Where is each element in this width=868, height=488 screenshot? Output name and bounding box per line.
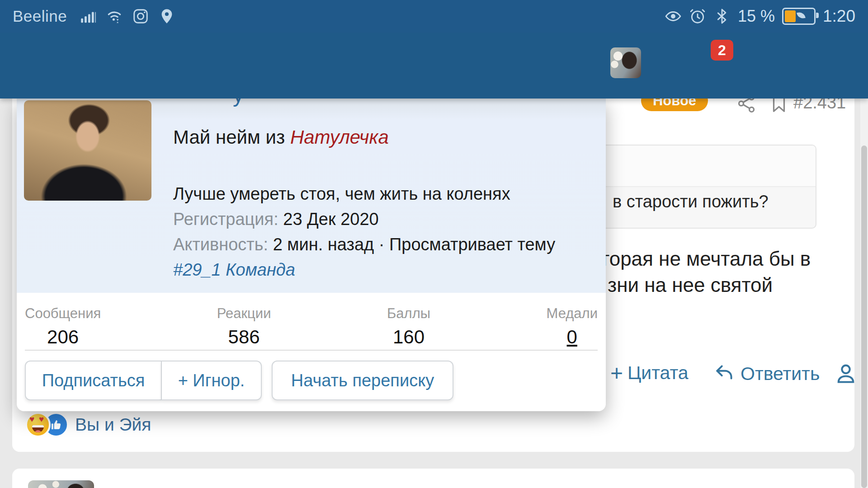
activity-label: Активность: [173, 235, 268, 254]
bluetooth-icon [713, 8, 731, 25]
navigation-bar [0, 33, 868, 99]
ignore-button[interactable]: + Игнор. [161, 361, 262, 400]
start-conversation-button[interactable]: Начать переписку [272, 361, 453, 400]
reactions-bar[interactable]: ♥♥ Вы и Эйя [25, 412, 151, 437]
member-title-prefix: Май нейм из [173, 127, 285, 148]
stat-reactions: Реакции 586 [217, 305, 271, 348]
scrollbar-thumb[interactable] [861, 145, 867, 488]
member-tooltip-card: у Май нейм из Натулечка Лучше умереть ст… [17, 99, 606, 411]
stat-points: Баллы 160 [387, 305, 430, 348]
clock-label: 1:20 [823, 7, 855, 26]
post-text-line: зни на нее святой [608, 274, 773, 296]
stat-label: Баллы [387, 305, 430, 322]
stat-messages: Сообщения 206 [25, 305, 101, 348]
follow-button[interactable]: Подписаться [25, 361, 161, 400]
stat-label: Медали [547, 305, 598, 322]
wifi-icon [106, 8, 123, 25]
member-custom-title: Май нейм из Натулечка [173, 127, 389, 148]
quote-button-label: Цитата [627, 362, 689, 384]
member-activity: Активность: 2 мин. назад · Просматривает… [173, 235, 555, 254]
stat-value: 160 [387, 326, 430, 348]
cutoff-username-fragment: у [233, 99, 244, 107]
reply-button-label: Ответить [741, 363, 820, 385]
quote-button[interactable]: + Цитата [610, 362, 689, 384]
registration-label: Регистрация: [173, 210, 278, 229]
member-title-name[interactable]: Натулечка [290, 127, 389, 148]
member-avatar[interactable] [24, 100, 151, 201]
eye-comfort-icon [665, 8, 682, 25]
battery-percent-label: 15 % [738, 7, 775, 26]
next-post-avatar[interactable] [28, 480, 94, 488]
post-text-line: торая не мечтала бы в [600, 248, 811, 270]
member-stats-row: Сообщения 206 Реакции 586 Баллы 160 Меда… [25, 305, 598, 348]
battery-icon [782, 8, 816, 25]
member-card-buttons: Подписаться + Игнор. Начать переписку [25, 361, 453, 400]
reply-button[interactable]: Ответить [713, 362, 820, 385]
notification-badge: 2 [711, 40, 733, 61]
heart-eyes-reaction-icon: ♥♥ [25, 412, 51, 437]
carrier-label: Beeline [13, 7, 67, 25]
stat-label: Сообщения [25, 305, 101, 322]
member-signature: Лучше умереть стоя, чем жить на коленях [173, 184, 510, 204]
stat-medals: Медали 0 [547, 305, 598, 348]
reaction-users-label[interactable]: Вы и Эйя [75, 415, 151, 435]
stat-value-medals-link[interactable]: 0 [547, 326, 598, 348]
location-icon [158, 8, 175, 25]
quote-text: в старости пожить? [613, 192, 769, 211]
person-icon[interactable] [834, 361, 858, 385]
next-post-card [12, 469, 854, 488]
divider [25, 350, 598, 351]
stat-label: Реакции [217, 305, 271, 322]
activity-value: 2 мин. назад · Просматривает тему [273, 235, 556, 254]
registration-value: 23 Дек 2020 [283, 210, 378, 229]
member-card-header: у Май нейм из Натулечка Лучше умереть ст… [17, 99, 606, 293]
stat-value: 586 [217, 326, 271, 348]
stat-value: 206 [25, 326, 101, 348]
status-bar: Beeline [0, 0, 868, 33]
member-registration: Регистрация: 23 Дек 2020 [173, 210, 379, 229]
alarm-clock-icon [689, 8, 706, 25]
reply-arrow-icon [713, 362, 736, 385]
plus-icon: + [610, 364, 623, 382]
signal-strength-icon [80, 8, 97, 25]
camera-app-icon [132, 8, 149, 25]
activity-thread-link[interactable]: #29_1 Команда [173, 260, 295, 280]
user-avatar[interactable] [610, 47, 641, 78]
